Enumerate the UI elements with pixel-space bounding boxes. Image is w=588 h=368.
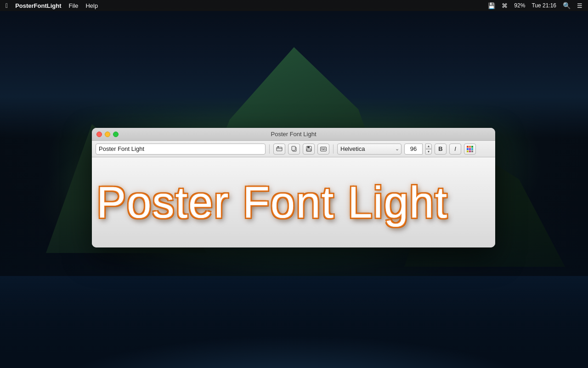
- spotlight-icon[interactable]: 🔍: [563, 2, 571, 9]
- text-input[interactable]: [96, 144, 266, 155]
- separator-2: [333, 144, 334, 154]
- svg-rect-15: [325, 149, 326, 150]
- svg-rect-10: [322, 148, 323, 149]
- dropbox-icon[interactable]: 💾: [488, 2, 495, 9]
- canvas-area[interactable]: Poster Font Light: [92, 157, 495, 247]
- app-window: Poster Font Light: [92, 128, 495, 247]
- help-menu[interactable]: Help: [85, 2, 98, 9]
- svg-rect-6: [307, 146, 310, 148]
- bold-button[interactable]: B: [435, 144, 447, 155]
- font-size-stepper: ▲ ▼: [425, 144, 432, 155]
- svg-rect-4: [292, 146, 295, 150]
- export-icon: [276, 146, 283, 152]
- app-name-menu[interactable]: PosterFontLight: [15, 2, 61, 9]
- titlebar: Poster Font Light: [92, 128, 495, 141]
- font-size-down-button[interactable]: ▼: [425, 149, 432, 155]
- copy-icon: [291, 146, 297, 152]
- grid-button[interactable]: [464, 144, 476, 155]
- file-menu[interactable]: File: [69, 2, 79, 9]
- font-size-input[interactable]: [404, 144, 423, 155]
- export-button[interactable]: [273, 144, 285, 155]
- save-icon: [306, 146, 312, 152]
- svg-rect-9: [321, 148, 322, 149]
- apple-menu[interactable]: : [6, 2, 8, 9]
- italic-button[interactable]: I: [449, 144, 461, 155]
- svg-rect-11: [324, 148, 325, 149]
- toolbar: Helvetica Arial Times New Roman ▲ ▼ B I: [92, 141, 495, 157]
- svg-rect-14: [322, 149, 325, 150]
- font-size-up-button[interactable]: ▲: [425, 144, 432, 149]
- traffic-lights: [96, 132, 119, 137]
- svg-rect-2: [277, 146, 279, 148]
- svg-rect-13: [321, 149, 322, 150]
- font-dropdown-wrapper: Helvetica Arial Times New Roman: [337, 144, 401, 155]
- notification-center-icon[interactable]: ☰: [577, 2, 582, 9]
- maximize-button[interactable]: [113, 132, 119, 137]
- svg-rect-0: [277, 147, 282, 151]
- battery-indicator: 92%: [514, 2, 525, 9]
- wifi-icon[interactable]: ⌘: [502, 2, 508, 9]
- grid-icon: [467, 146, 473, 152]
- keyboard-icon: [320, 147, 327, 151]
- font-dropdown[interactable]: Helvetica Arial Times New Roman: [337, 144, 401, 155]
- clock: Tue 21:16: [531, 2, 556, 9]
- keyboard-button[interactable]: [317, 144, 329, 155]
- save-button[interactable]: [303, 144, 315, 155]
- svg-rect-12: [325, 148, 326, 149]
- menubar:  PosterFontLight File Help 💾 ⌘ 92% Tue …: [0, 0, 588, 11]
- separator-1: [269, 144, 270, 154]
- minimize-button[interactable]: [105, 132, 110, 137]
- svg-rect-7: [307, 149, 311, 151]
- svg-rect-8: [321, 147, 327, 151]
- close-button[interactable]: [96, 132, 102, 137]
- window-title: Poster Font Light: [271, 131, 317, 138]
- copy-button[interactable]: [288, 144, 300, 155]
- poster-display-text: Poster Font Light: [96, 177, 448, 228]
